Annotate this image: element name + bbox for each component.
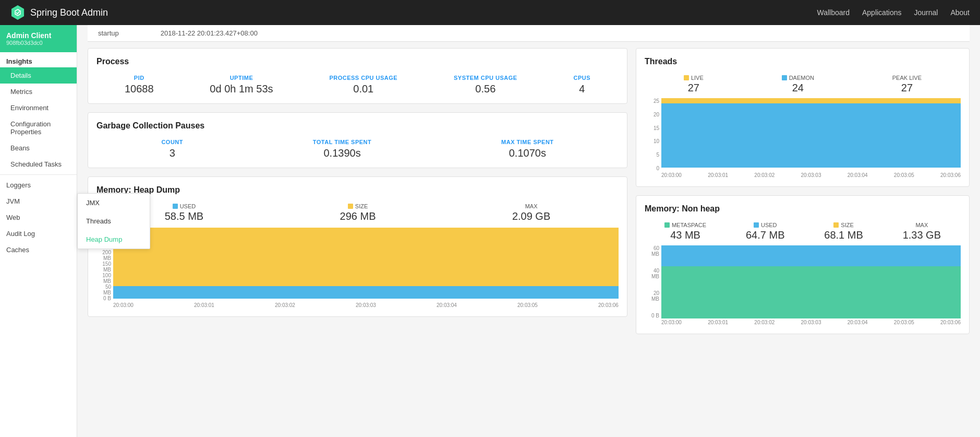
nonheap-chart-wrap: 60 MB 40 MB 20 MB 0 B — [645, 245, 961, 318]
nonheap-meta-item: METASPACE 43 MB — [664, 222, 706, 241]
gc-total-value: 0.1390s — [313, 147, 372, 159]
nonheap-max-item: MAX 1.33 GB — [903, 222, 941, 241]
svg-rect-1 — [113, 286, 619, 299]
heap-chart-svg — [113, 227, 619, 300]
heap-used-value: 58.5 MB — [165, 210, 203, 222]
nonheap-used-item: USED 64.7 MB — [746, 222, 784, 241]
nonheap-size-dot — [833, 222, 839, 228]
nav-links: Wallboard Applications Journal About — [817, 8, 970, 17]
svg-rect-3 — [661, 98, 961, 103]
thread-daemon-item: DAEMON 24 — [782, 75, 814, 94]
nonheap-y-axis: 60 MB 40 MB 20 MB 0 B — [645, 245, 661, 318]
heap-x-axis: 20:03:00 20:03:01 20:03:02 20:03:03 20:0… — [113, 302, 619, 308]
top-nav: Spring Boot Admin Wallboard Applications… — [0, 0, 980, 25]
jvm-dropdown-jmx[interactable]: JMX — [78, 194, 150, 212]
nonheap-used-dot — [754, 222, 759, 228]
live-value: 27 — [684, 82, 704, 94]
stat-cpu-usage: PROCESS CPU USAGE 0.01 — [329, 75, 397, 95]
content-area: Process PID 10688 UPTIME 0d 0h 1m 53s PR… — [77, 42, 980, 340]
startup-label: startup — [98, 29, 119, 37]
peak-value: 27 — [892, 82, 922, 94]
nonheap-card: Memory: Non heap METASPACE 43 MB — [636, 195, 970, 334]
sidebar-item-scheduled-tasks[interactable]: Scheduled Tasks — [0, 156, 77, 172]
thread-labels: LIVE 27 DAEMON 24 — [645, 75, 961, 94]
process-stats: PID 10688 UPTIME 0d 0h 1m 53s PROCESS CP… — [96, 75, 619, 95]
main-content: startup 2018-11-22 20:01:23.427+08:00 Pr… — [77, 25, 980, 437]
right-column: Threads LIVE 27 DAEMON — [636, 48, 970, 334]
threads-card: Threads LIVE 27 DAEMON — [636, 48, 970, 187]
nav-about[interactable]: About — [950, 8, 970, 17]
cpu-value: 0.01 — [329, 83, 397, 95]
uptime-label: UPTIME — [210, 75, 273, 81]
jvm-dropdown-heap-dump[interactable]: Heap Dump — [78, 230, 150, 249]
thread-live-item: LIVE 27 — [684, 75, 704, 94]
thread-peak-item: PEAK LIVE 27 — [892, 75, 922, 94]
nonheap-chart-inner — [661, 245, 961, 318]
uptime-value: 0d 0h 1m 53s — [210, 83, 273, 95]
insights-section-label: Insights — [0, 52, 77, 67]
nav-journal[interactable]: Journal — [914, 8, 938, 17]
pid-value: 10688 — [125, 83, 154, 95]
sidebar-item-details[interactable]: Details — [0, 67, 77, 84]
threads-title: Threads — [645, 57, 961, 66]
heap-max-label: MAX — [525, 203, 538, 209]
gc-total: TOTAL TIME SPENT 0.1390s — [313, 139, 372, 159]
sidebar-item-beans[interactable]: Beans — [0, 140, 77, 156]
sidebar-item-config-properties[interactable]: Configuration Properties — [0, 116, 77, 140]
heap-size-value: 296 MB — [340, 210, 376, 222]
heap-size-item: SIZE 296 MB — [340, 203, 376, 222]
stat-sys-cpu: SYSTEM CPU USAGE 0.56 — [454, 75, 517, 95]
nonheap-used-label: USED — [761, 222, 777, 228]
left-column: Process PID 10688 UPTIME 0d 0h 1m 53s PR… — [88, 48, 627, 334]
gc-count-value: 3 — [161, 147, 183, 159]
gc-max-label: MAX TIME SPENT — [501, 139, 554, 145]
brand-name: Spring Boot Admin — [30, 7, 108, 18]
threads-x-axis: 20:03:00 20:03:01 20:03:02 20:03:03 20:0… — [661, 172, 961, 178]
heap-size-dot — [348, 204, 353, 209]
nonheap-used-value: 64.7 MB — [746, 229, 784, 241]
nonheap-max-value: 1.33 GB — [903, 229, 941, 241]
stat-uptime: UPTIME 0d 0h 1m 53s — [210, 75, 273, 95]
stat-cpus: CPUS 4 — [573, 75, 590, 95]
gc-count: COUNT 3 — [161, 139, 183, 159]
client-id: 908fb03d3dc0 — [6, 40, 70, 46]
nav-wallboard[interactable]: Wallboard — [817, 8, 850, 17]
jvm-dropdown-threads[interactable]: Threads — [78, 212, 150, 230]
startup-banner: startup 2018-11-22 20:01:23.427+08:00 — [88, 25, 970, 42]
process-card: Process PID 10688 UPTIME 0d 0h 1m 53s PR… — [88, 48, 627, 104]
sidebar-item-metrics[interactable]: Metrics — [0, 84, 77, 100]
heap-used-dot — [173, 204, 178, 209]
nonheap-chart-svg — [661, 245, 961, 318]
daemon-value: 24 — [782, 82, 814, 94]
startup-value: 2018-11-22 20:01:23.427+08:00 — [161, 29, 258, 37]
peak-label: PEAK LIVE — [892, 75, 922, 81]
heap-chart-wrap: 300 MB 250 MB 200 MB 150 MB 100 MB 50 MB… — [96, 227, 619, 301]
nonheap-max-label: MAX — [915, 222, 928, 228]
daemon-label: DAEMON — [789, 75, 814, 81]
sidebar-item-loggers[interactable]: Loggers — [0, 177, 77, 193]
sidebar-item-audit-log[interactable]: Audit Log — [0, 226, 77, 242]
cpus-label: CPUS — [573, 75, 590, 81]
nonheap-legend: METASPACE 43 MB USED 64.7 MB — [645, 222, 961, 241]
gc-total-label: TOTAL TIME SPENT — [313, 139, 372, 145]
gc-max: MAX TIME SPENT 0.1070s — [501, 139, 554, 159]
sidebar-item-environment[interactable]: Environment — [0, 100, 77, 116]
gc-max-value: 0.1070s — [501, 147, 554, 159]
cpu-label: PROCESS CPU USAGE — [329, 75, 397, 81]
nonheap-x-axis: 20:03:00 20:03:01 20:03:02 20:03:03 20:0… — [661, 320, 961, 325]
heap-used-item: USED 58.5 MB — [165, 203, 203, 222]
brand-logo: Spring Boot Admin — [10, 5, 108, 20]
gc-title: Garbage Collection Pauses — [96, 121, 619, 131]
pid-label: PID — [125, 75, 154, 81]
heap-labels: USED 58.5 MB SIZE 296 MB — [96, 203, 619, 222]
sidebar-item-web[interactable]: Web — [0, 209, 77, 226]
svg-rect-5 — [661, 266, 961, 318]
cpus-value: 4 — [573, 83, 590, 95]
sidebar-item-jvm[interactable]: JVM — [0, 193, 77, 209]
process-title: Process — [96, 57, 619, 66]
gc-stats: COUNT 3 TOTAL TIME SPENT 0.1390s MAX TIM… — [96, 139, 619, 159]
live-label: LIVE — [691, 75, 704, 81]
sidebar-item-caches[interactable]: Caches — [0, 242, 77, 258]
nav-applications[interactable]: Applications — [862, 8, 902, 17]
nonheap-size-label: SIZE — [841, 222, 853, 228]
